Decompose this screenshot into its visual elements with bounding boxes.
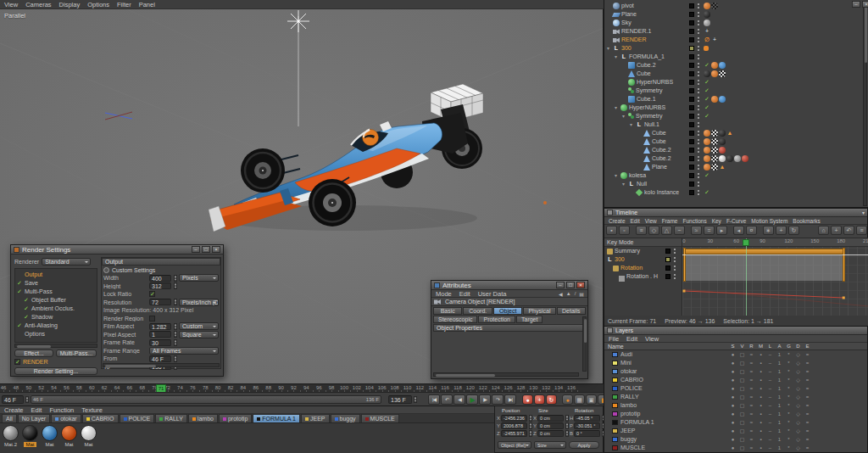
visibility-dots[interactable] (697, 11, 700, 18)
layer-toggle-d[interactable]: ◇ (793, 401, 803, 410)
item-checkbox[interactable]: ✓ (17, 279, 25, 288)
layer-toggle-v[interactable]: ▢ (737, 435, 747, 444)
property-field[interactable]: 400 (149, 275, 171, 282)
timeline-tool-10[interactable]: ¤ (746, 226, 757, 235)
property-dropdown[interactable]: All Frames (149, 347, 219, 355)
property-checkbox[interactable] (149, 316, 155, 322)
check-tag-icon[interactable]: ✓ (704, 113, 710, 120)
timeline-tool-8[interactable]: ▸ (716, 226, 727, 235)
layer-toggle-l[interactable]: – (765, 393, 775, 401)
material-tab-lambo[interactable]: lambo (188, 414, 218, 422)
layer-toggle-m[interactable]: ▪ (756, 367, 765, 376)
layer-toggle-e[interactable]: = (803, 384, 812, 393)
object-row-sky[interactable]: Sky (604, 19, 859, 27)
timeline-menu-functions[interactable]: Functions (682, 218, 706, 224)
layer-color-swatch[interactable] (689, 165, 694, 170)
layer-toggle-l[interactable]: – (765, 410, 775, 418)
material-menu-function[interactable]: Function (49, 406, 74, 414)
layer-color-swatch[interactable] (612, 386, 618, 391)
layer-row-audi[interactable]: Audi●▢≈▪–1*◇= (604, 350, 867, 359)
render-settings-tree-scrollbar[interactable] (14, 344, 97, 348)
layer-toggle-m[interactable]: ▪ (756, 359, 765, 367)
autokeying-button[interactable]: ● (562, 394, 573, 405)
timeline-menu-edit[interactable]: Edit (631, 218, 640, 224)
target-tag-icon[interactable]: + (711, 36, 718, 43)
orange-tag-icon[interactable] (711, 70, 718, 77)
render-settings-minimize-icon[interactable]: – (192, 246, 200, 253)
expand-icon[interactable]: ▾ (622, 112, 628, 120)
item-checkbox[interactable]: ✓ (24, 296, 31, 305)
layer-toggle-m[interactable]: ▪ (756, 410, 765, 418)
property-field[interactable]: 1.282 (149, 323, 171, 330)
orange-dot-tag-icon[interactable] (704, 46, 709, 51)
property-stepper[interactable] (174, 323, 177, 330)
material-preview-sphere[interactable] (22, 425, 38, 441)
tab-protection[interactable]: Protection (478, 316, 515, 323)
layer-toggle-v[interactable]: ▢ (737, 393, 747, 401)
layer-color-swatch[interactable] (689, 122, 694, 127)
object-row-cube[interactable]: Cube (604, 70, 859, 78)
timeline-tool-11[interactable]: ∗ (763, 226, 774, 235)
layer-color-swatch[interactable] (689, 114, 694, 119)
property-stepper[interactable] (174, 299, 177, 305)
layer-toggle-m[interactable]: ▪ (756, 418, 765, 427)
layer-toggle-e[interactable]: = (803, 393, 812, 401)
record-rotation-button[interactable]: ↻ (546, 394, 557, 405)
timeline-tool-5[interactable]: ~ (674, 226, 685, 235)
layer-color-swatch[interactable] (689, 12, 694, 17)
object-row-hypernurbs[interactable]: ▾HyperNURBS✓ (604, 103, 859, 112)
layer-toggle-g[interactable]: * (784, 444, 793, 452)
object-row-render-1[interactable]: RENDER.1+ (604, 27, 859, 36)
layer-toggle-d[interactable]: ◇ (793, 427, 803, 435)
custom-settings-icon[interactable] (103, 267, 109, 273)
layer-toggle-d[interactable]: ◇ (793, 376, 803, 384)
object-row-render[interactable]: RENDER∅+ (604, 36, 859, 44)
attributes-menu-edit[interactable]: Edit (459, 290, 470, 298)
layer-toggle-s[interactable]: ● (728, 418, 737, 427)
track-layer-swatch[interactable] (665, 249, 670, 254)
expand-icon[interactable]: ▾ (607, 44, 613, 53)
object-row-hypernurbs[interactable]: HyperNURBS✓ (604, 78, 859, 87)
orange-tag-icon[interactable] (711, 96, 718, 103)
keyframe-marker-0[interactable] (683, 248, 686, 282)
layer-toggle-g[interactable]: * (784, 427, 793, 435)
layer-row-police[interactable]: POLICE●▢≈▪–1*◇= (604, 384, 867, 393)
attributes-scrollbar-h[interactable] (433, 372, 579, 377)
material-item-1[interactable]: Mat (21, 425, 39, 448)
timeline-track-summary[interactable]: Summary (604, 247, 682, 255)
layer-toggle-s[interactable]: ● (728, 427, 737, 435)
item-checkbox[interactable]: ✓ (17, 322, 25, 330)
layer-toggle-a[interactable]: 1 (775, 435, 784, 444)
layer-toggle-s[interactable]: ● (728, 359, 737, 367)
layer-toggle-d[interactable]: ◇ (793, 444, 803, 452)
property-field[interactable]: 312 (149, 282, 171, 289)
render-settings-close-icon[interactable]: × (212, 246, 220, 253)
window-close-icon[interactable]: × (862, 1, 868, 8)
orange-tag-icon[interactable] (711, 62, 718, 69)
next-key-button[interactable]: ↷ (492, 394, 504, 405)
material-name[interactable]: Mat (43, 442, 55, 447)
material-tab-cabrio[interactable]: CABRIO (82, 414, 119, 422)
tab-object[interactable]: Object (493, 307, 522, 315)
layer-toggle-l[interactable]: – (765, 401, 775, 410)
render-settings-maximize-icon[interactable]: □ (202, 246, 210, 253)
material-name[interactable]: Mat (24, 442, 36, 447)
layer-row-otokar[interactable]: otokar●▢≈▪–1*◇= (604, 367, 867, 376)
check-tag-icon[interactable]: ✓ (704, 172, 710, 179)
red-tag-icon[interactable] (742, 155, 748, 162)
expand-icon[interactable]: ▾ (615, 53, 620, 61)
timeline-tool-1[interactable]: ▫ (619, 226, 630, 235)
layer-toggle-s[interactable]: ● (728, 444, 737, 452)
property-stepper[interactable] (174, 339, 177, 346)
layer-toggle-s[interactable]: ● (728, 350, 737, 359)
coord-stepper[interactable] (529, 430, 532, 437)
render-settings-item-anti-aliasing[interactable]: ✓Anti-Aliasing (17, 322, 95, 330)
layer-toggle-a[interactable]: 1 (775, 384, 784, 393)
dark-tag-icon[interactable] (726, 155, 733, 162)
layer-toggle-s[interactable]: ● (728, 401, 737, 410)
layer-color-swatch[interactable] (612, 403, 618, 408)
material-name[interactable]: Mat (63, 442, 75, 447)
visibility-dots[interactable] (697, 164, 700, 171)
layer-toggle-r[interactable]: ≈ (747, 359, 756, 367)
layer-color-swatch[interactable] (689, 97, 694, 102)
